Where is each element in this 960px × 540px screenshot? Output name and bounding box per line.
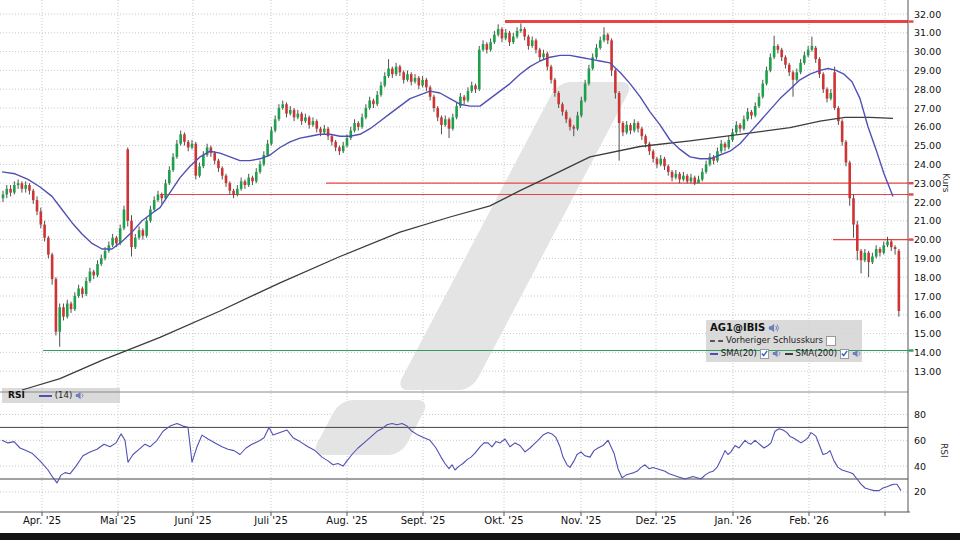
candle bbox=[164, 183, 167, 198]
candle bbox=[187, 142, 190, 148]
candle bbox=[47, 238, 50, 255]
price-tick-label: 23.00 bbox=[914, 178, 941, 189]
candle bbox=[777, 46, 780, 50]
candle bbox=[176, 144, 179, 157]
candle bbox=[425, 80, 428, 88]
candle bbox=[85, 281, 88, 294]
speaker-icon[interactable] bbox=[75, 391, 85, 400]
month-label: Mai '25 bbox=[100, 515, 136, 526]
candle bbox=[51, 255, 54, 279]
candle bbox=[682, 176, 685, 180]
candle bbox=[705, 164, 708, 172]
candle bbox=[66, 304, 69, 317]
prev-close-checkbox[interactable] bbox=[826, 336, 836, 346]
candle bbox=[361, 117, 364, 126]
candle bbox=[867, 253, 870, 262]
candle bbox=[244, 181, 247, 185]
candle bbox=[334, 142, 337, 148]
price-tick-label: 32.00 bbox=[914, 9, 941, 20]
candle bbox=[538, 50, 541, 58]
candle bbox=[436, 108, 439, 117]
candle bbox=[402, 72, 405, 80]
candle bbox=[281, 104, 284, 108]
candle bbox=[452, 117, 455, 128]
candle bbox=[841, 121, 844, 142]
candle bbox=[55, 279, 58, 332]
candle bbox=[848, 163, 851, 199]
candle bbox=[856, 225, 859, 251]
candle bbox=[595, 48, 598, 57]
candle bbox=[644, 136, 647, 144]
candle bbox=[588, 69, 591, 84]
candle bbox=[96, 264, 99, 275]
candle bbox=[826, 89, 829, 98]
candle bbox=[198, 166, 201, 175]
candle bbox=[675, 174, 678, 178]
candle bbox=[822, 74, 825, 89]
price-tick-label: 29.00 bbox=[914, 65, 941, 76]
candle bbox=[482, 44, 485, 50]
candle bbox=[455, 106, 458, 117]
candle bbox=[251, 178, 254, 182]
price-tick-label: 17.00 bbox=[914, 291, 941, 302]
candle bbox=[349, 131, 352, 139]
candle bbox=[183, 134, 186, 142]
candle bbox=[572, 127, 575, 129]
candle bbox=[523, 29, 526, 37]
candle bbox=[622, 123, 625, 132]
candle bbox=[278, 108, 281, 119]
candle bbox=[74, 296, 77, 309]
candle bbox=[17, 183, 20, 185]
candle bbox=[508, 33, 511, 42]
candle bbox=[761, 84, 764, 97]
candle bbox=[527, 37, 530, 46]
month-label: Sept. '25 bbox=[401, 515, 446, 526]
candle bbox=[217, 161, 220, 169]
candle bbox=[240, 181, 243, 189]
candle bbox=[380, 85, 383, 94]
candle bbox=[157, 194, 160, 200]
candle bbox=[875, 249, 878, 257]
legend-sma-row: SMA(20) SMA(200) bbox=[710, 347, 862, 360]
candle bbox=[607, 35, 610, 41]
candle bbox=[368, 100, 371, 108]
candle bbox=[796, 72, 799, 80]
legend-title-row: AG1@IBIS bbox=[710, 321, 862, 334]
month-label: Nov. '25 bbox=[561, 515, 602, 526]
sma20-line-sample bbox=[710, 353, 718, 355]
price-tick-label: 18.00 bbox=[914, 272, 941, 283]
bottom-window-edge bbox=[0, 533, 960, 540]
candle bbox=[145, 221, 148, 236]
candle bbox=[221, 168, 224, 176]
candle bbox=[32, 191, 35, 200]
candle bbox=[701, 172, 704, 180]
candle bbox=[9, 189, 12, 193]
sma200-checkbox[interactable] bbox=[840, 349, 849, 359]
speaker-icon[interactable] bbox=[852, 349, 862, 358]
rsi-tick-label: 60 bbox=[914, 435, 926, 446]
candle bbox=[92, 272, 95, 276]
sma20-checkbox[interactable] bbox=[760, 349, 769, 359]
sma200-line-sample bbox=[785, 353, 793, 355]
candle bbox=[546, 53, 549, 66]
candle bbox=[104, 251, 107, 259]
month-label: Aug. '25 bbox=[326, 515, 367, 526]
candle bbox=[5, 189, 8, 195]
candle bbox=[871, 257, 874, 263]
candle bbox=[142, 230, 145, 236]
candle bbox=[70, 304, 73, 310]
candle bbox=[690, 178, 693, 182]
candle bbox=[467, 91, 470, 100]
candle bbox=[625, 125, 628, 133]
chart-canvas[interactable]: 32.0031.0030.0029.0028.0027.0026.0025.00… bbox=[0, 0, 960, 540]
speaker-icon[interactable] bbox=[772, 349, 782, 358]
stock-chart-app: 32.0031.0030.0029.0028.0027.0026.0025.00… bbox=[0, 0, 960, 540]
candle bbox=[229, 183, 232, 191]
candle bbox=[338, 147, 341, 151]
candle bbox=[138, 230, 141, 238]
candle bbox=[331, 136, 334, 142]
speaker-icon[interactable] bbox=[768, 323, 779, 333]
candle bbox=[213, 153, 216, 161]
candle bbox=[13, 185, 16, 193]
month-label: Dez. '25 bbox=[636, 515, 677, 526]
